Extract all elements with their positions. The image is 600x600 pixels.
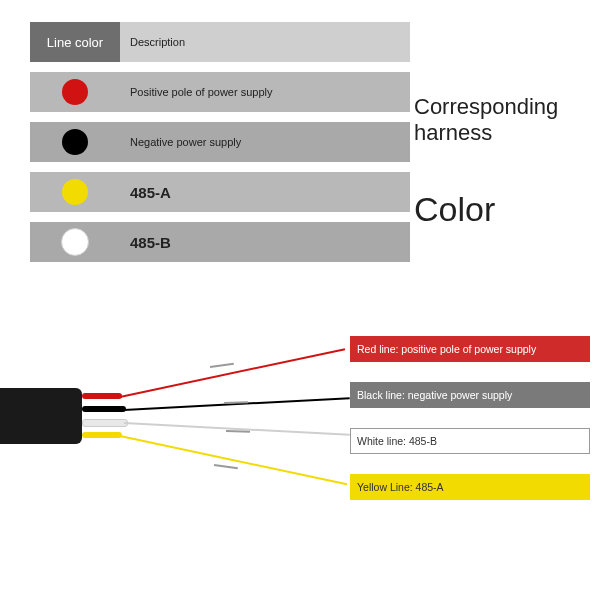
table-row: 485-A (30, 172, 410, 212)
desc-yellow: 485-A (120, 172, 410, 212)
swatch-cell (30, 172, 120, 212)
cable-sheath (0, 388, 82, 444)
table-row: Negative power supply (30, 122, 410, 162)
swatch-yellow (62, 179, 88, 205)
table-row: 485-B (30, 222, 410, 262)
swatch-cell (30, 72, 120, 112)
desc-red: Positive pole of power supply (120, 72, 410, 112)
swatch-red (62, 79, 88, 105)
wire-white-tip (226, 430, 250, 433)
header-description: Description (120, 22, 410, 62)
swatch-black (62, 129, 88, 155)
desc-black: Negative power supply (120, 122, 410, 162)
desc-white: 485-B (120, 222, 410, 262)
side-text-line3: Color (414, 190, 495, 229)
wire-yellow (120, 435, 347, 485)
wire-black (124, 397, 350, 411)
side-text-line1: Corresponding (414, 94, 558, 120)
header-line-color: Line color (30, 22, 120, 62)
wire-red-tip (210, 363, 234, 368)
wire-yellow-tip (214, 464, 238, 469)
label-red: Red line: positive pole of power supply (350, 336, 590, 362)
swatch-cell (30, 222, 120, 262)
table-header-row: Line color Description (30, 22, 410, 62)
side-text-line2: harness (414, 120, 492, 146)
stub-red (82, 393, 122, 399)
stub-white (82, 419, 128, 427)
diagram-root: Line color Description Positive pole of … (0, 0, 600, 600)
label-black: Black line: negative power supply (350, 382, 590, 408)
swatch-cell (30, 122, 120, 162)
table-row: Positive pole of power supply (30, 72, 410, 112)
label-yellow: Yellow Line: 485-A (350, 474, 590, 500)
label-white: White line: 485-B (350, 428, 590, 454)
stub-yellow (82, 432, 122, 438)
wire-white (124, 422, 350, 436)
swatch-white (61, 228, 89, 256)
wire-red (120, 348, 345, 398)
stub-black (82, 406, 126, 412)
